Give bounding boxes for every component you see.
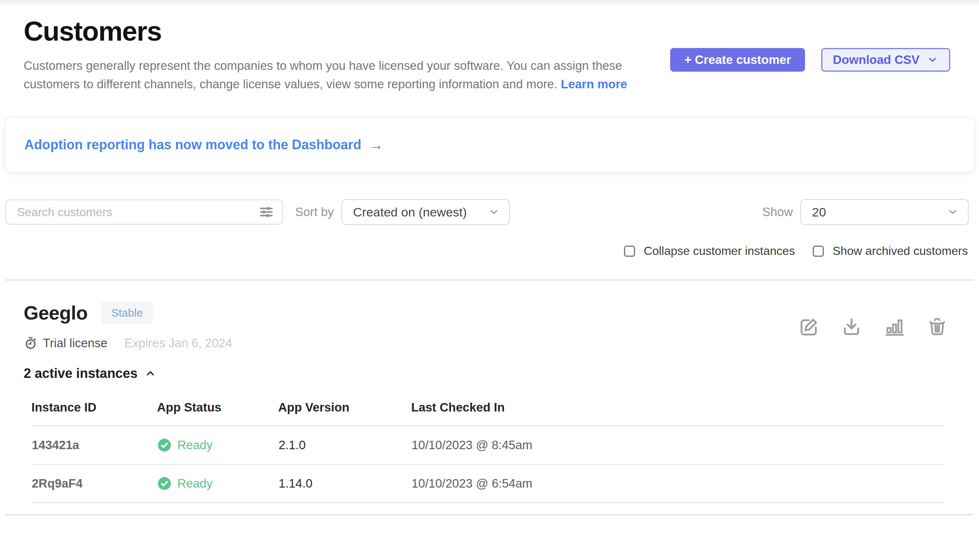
app-version: 2.1.0 [278,426,411,464]
collapse-instances-label: Collapse customer instances [644,244,795,258]
filter-sliders-icon[interactable] [258,203,275,220]
header-app-status: App Status [157,395,278,426]
app-version: 1.14.0 [278,464,411,503]
download-csv-button[interactable]: Download CSV [821,48,950,72]
app-status-text: Ready [177,477,212,490]
page-title: Customers [23,15,659,47]
instance-id: 2Rq9aF4 [32,464,157,503]
edit-customer-icon[interactable] [798,316,819,338]
check-circle-icon [157,477,172,490]
instances-table: Instance ID App Status App Version Last … [32,395,944,503]
arrow-right-icon: → [369,137,384,152]
header-last-checked-in: Last Checked In [411,395,944,426]
adoption-banner-text: Adoption reporting has now moved to the … [24,137,361,153]
page-header-left: Customers Customers generally represent … [23,15,659,93]
customer-info: Geeglo Stable Trial license Expires Jan … [23,302,232,381]
customer-actions [798,316,948,338]
reporting-bar-chart-icon[interactable] [884,316,905,338]
check-circle-icon [157,438,172,452]
checkbox-row: Collapse customer instances Show archive… [0,244,979,258]
header-instance-id: Instance ID [32,395,157,426]
search-input[interactable] [16,205,258,219]
download-license-icon[interactable] [841,316,862,338]
header-app-version: App Version [278,395,411,426]
instance-id: 143421a [32,426,157,464]
instances-table-header-row: Instance ID App Status App Version Last … [32,395,944,426]
page-description-text: Customers generally represent the compan… [23,59,622,91]
card-bottom-divider [5,514,974,515]
chevron-up-icon [144,367,157,380]
customer-card: Geeglo Stable Trial license Expires Jan … [0,281,979,515]
instance-row: 2Rq9aF4 Ready 1.14.0 10/10/2023 @ 6:54am [32,464,944,503]
license-expiry: Expires Jan 6, 2024 [125,336,232,350]
customer-name-row: Geeglo Stable [23,302,232,324]
show-select-value: 20 [812,205,826,219]
top-fade-strip [0,0,979,6]
customers-page: Customers Customers generally represent … [0,0,979,560]
channel-badge: Stable [101,302,153,324]
app-status-text: Ready [177,438,212,452]
last-checked-in: 10/10/2023 @ 8:45am [411,426,944,464]
instances-toggle-label: 2 active instances [23,366,137,381]
sort-by-label: Sort by [295,205,334,219]
show-archived-option[interactable]: Show archived customers [813,244,968,258]
adoption-banner-link[interactable]: Adoption reporting has now moved to the … [24,137,955,153]
adoption-banner[interactable]: Adoption reporting has now moved to the … [5,117,974,173]
license-row: Trial license Expires Jan 6, 2024 [23,336,232,350]
search-customers-box [5,200,283,225]
filters-row: Sort by Created on (newest) Show 20 [0,199,979,225]
app-status: Ready [157,477,278,490]
page-header: Customers Customers generally represent … [0,6,979,93]
collapse-instances-checkbox[interactable] [624,246,635,257]
download-csv-label: Download CSV [833,53,919,67]
show-select[interactable]: 20 [800,199,969,225]
collapse-instances-option[interactable]: Collapse customer instances [624,244,795,258]
customer-name[interactable]: Geeglo [23,302,88,324]
license-type: Trial license [43,336,107,350]
last-checked-in: 10/10/2023 @ 6:54am [411,464,944,503]
show-archived-checkbox[interactable] [813,246,824,257]
learn-more-link[interactable]: Learn more [561,77,627,91]
page-description: Customers generally represent the compan… [23,57,659,93]
app-status: Ready [157,438,278,452]
chevron-down-icon [488,206,500,218]
chevron-down-icon [946,206,959,218]
instance-row: 143421a Ready 2.1.0 10/10/2023 @ 8:45am [32,426,944,464]
show-archived-label: Show archived customers [833,244,968,258]
sort-select-value: Created on (newest) [353,205,467,219]
create-customer-button[interactable]: + Create customer [670,48,805,72]
sort-select[interactable]: Created on (newest) [341,199,510,225]
show-label: Show [762,205,793,219]
archive-trash-icon[interactable] [927,316,948,338]
header-actions: + Create customer Download CSV [670,48,950,72]
chevron-down-icon [926,53,939,66]
instances-toggle[interactable]: 2 active instances [23,366,232,381]
timer-icon [23,336,38,350]
customer-card-header: Geeglo Stable Trial license Expires Jan … [23,302,948,381]
